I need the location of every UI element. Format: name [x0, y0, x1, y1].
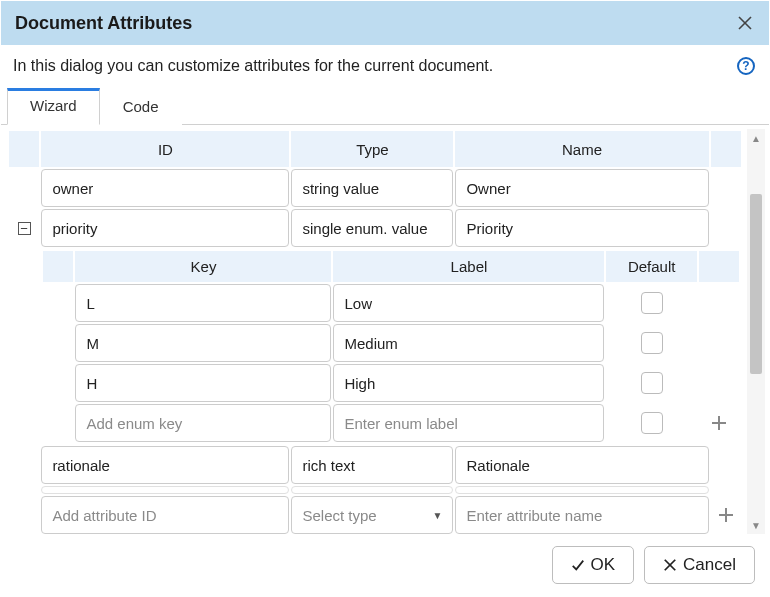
new-attr-id[interactable]: Add attribute ID: [41, 496, 289, 534]
cancel-label: Cancel: [683, 555, 736, 575]
header-row: ID Type Name: [9, 131, 741, 167]
help-icon: ?: [742, 59, 749, 73]
attr-id-rationale[interactable]: rationale: [41, 446, 289, 484]
attr-row-rationale: rationale rich text Rationale: [9, 446, 741, 484]
attr-name-owner[interactable]: Owner: [455, 169, 708, 207]
enum-subtable: Key Label Default L Low: [41, 249, 741, 444]
enum-key-new[interactable]: Add enum key: [75, 404, 331, 442]
caret-down-icon: ▼: [433, 510, 443, 521]
check-icon: [571, 558, 585, 572]
enum-header-pad: [43, 251, 73, 282]
dialog-description: In this dialog you can customize attribu…: [13, 57, 493, 75]
attr-id-owner[interactable]: owner: [41, 169, 289, 207]
attr-name-rationale[interactable]: Rationale: [455, 446, 708, 484]
enum-label-M[interactable]: Medium: [333, 324, 604, 362]
enum-default-H[interactable]: [641, 372, 663, 394]
header-name[interactable]: Name: [455, 131, 708, 167]
add-enum-button[interactable]: [708, 412, 730, 434]
attr-type-rationale[interactable]: rich text: [291, 446, 453, 484]
attribute-table: ID Type Name owner string value Owner: [7, 129, 743, 534]
plus-icon: [718, 507, 734, 523]
cancel-button[interactable]: Cancel: [644, 546, 755, 584]
enum-row-H: H High: [43, 364, 739, 402]
attr-type-owner[interactable]: string value: [291, 169, 453, 207]
enum-label-new[interactable]: Enter enum label: [333, 404, 604, 442]
new-attr-name[interactable]: Enter attribute name: [455, 496, 708, 534]
header-action: [711, 131, 741, 167]
expand-toggle-priority[interactable]: −: [9, 209, 39, 247]
enum-row-L: L Low: [43, 284, 739, 322]
attr-row-owner: owner string value Owner: [9, 169, 741, 207]
enum-header-act: [699, 251, 739, 282]
enum-header-row: Key Label Default: [43, 251, 739, 282]
header-handle: [9, 131, 39, 167]
enum-key-L[interactable]: L: [75, 284, 331, 322]
scroll-thumb[interactable]: [750, 194, 762, 374]
attr-row-new: Add attribute ID Select type ▼ Enter att…: [9, 496, 741, 534]
x-icon: [663, 558, 677, 572]
dialog-footer: OK Cancel: [1, 534, 769, 596]
ghost-type: [291, 486, 453, 494]
attr-row-priority: − priority single enum. value Priority: [9, 209, 741, 247]
attribute-grid-area: ID Type Name owner string value Owner: [1, 125, 769, 534]
header-type[interactable]: Type: [291, 131, 453, 167]
enum-subtable-row: Key Label Default L Low: [9, 249, 741, 444]
description-row: In this dialog you can customize attribu…: [1, 45, 769, 87]
enum-key-M[interactable]: M: [75, 324, 331, 362]
dialog-title: Document Attributes: [15, 13, 192, 34]
enum-header-label[interactable]: Label: [333, 251, 604, 282]
attr-id-priority[interactable]: priority: [41, 209, 289, 247]
enum-default-L[interactable]: [641, 292, 663, 314]
enum-header-default[interactable]: Default: [606, 251, 696, 282]
close-button[interactable]: [735, 13, 755, 33]
attr-name-priority[interactable]: Priority: [455, 209, 708, 247]
new-attr-type[interactable]: Select type ▼: [291, 496, 453, 534]
plus-icon: [711, 415, 727, 431]
tab-code[interactable]: Code: [100, 88, 182, 125]
enum-key-H[interactable]: H: [75, 364, 331, 402]
tab-bar: Wizard Code: [1, 87, 769, 125]
ghost-row: [9, 486, 741, 494]
ok-label: OK: [591, 555, 616, 575]
title-bar: Document Attributes: [1, 1, 769, 45]
ok-button[interactable]: OK: [552, 546, 635, 584]
tab-wizard[interactable]: Wizard: [7, 88, 100, 125]
close-icon: [738, 16, 752, 30]
enum-default-M[interactable]: [641, 332, 663, 354]
header-id[interactable]: ID: [41, 131, 289, 167]
document-attributes-dialog: Document Attributes In this dialog you c…: [0, 0, 770, 597]
new-attr-type-text: Select type: [302, 507, 376, 524]
help-button[interactable]: ?: [737, 57, 755, 75]
ghost-name: [455, 486, 708, 494]
enum-row-new: Add enum key Enter enum label: [43, 404, 739, 442]
vertical-scrollbar[interactable]: ▲ ▼: [747, 129, 765, 534]
minus-icon: −: [18, 222, 31, 235]
enum-label-H[interactable]: High: [333, 364, 604, 402]
enum-header-key[interactable]: Key: [75, 251, 331, 282]
enum-label-L[interactable]: Low: [333, 284, 604, 322]
scroll-down-button[interactable]: ▼: [747, 516, 765, 534]
add-attribute-button[interactable]: [715, 504, 737, 526]
attr-type-priority[interactable]: single enum. value: [291, 209, 453, 247]
enum-default-new[interactable]: [641, 412, 663, 434]
enum-row-M: M Medium: [43, 324, 739, 362]
scroll-up-button[interactable]: ▲: [747, 129, 765, 147]
ghost-id: [41, 486, 289, 494]
